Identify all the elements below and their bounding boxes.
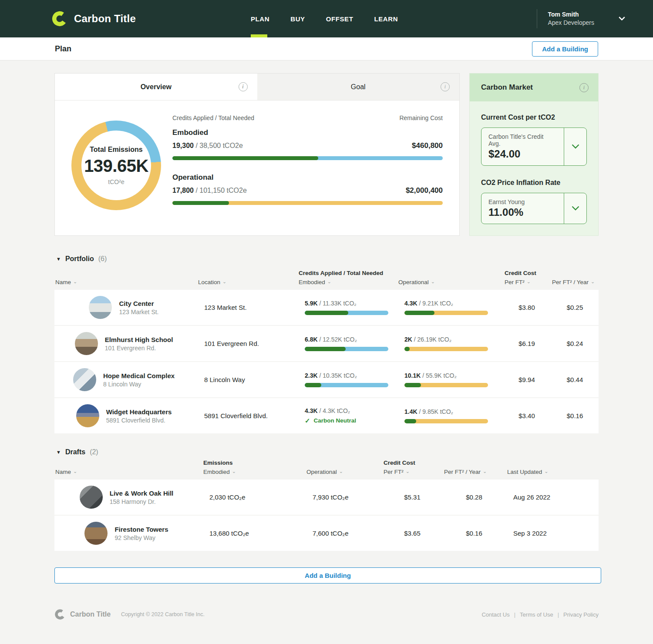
- credit-cost-per-ft: $5.31: [383, 480, 442, 515]
- brand-name: Carbon Title: [74, 13, 136, 25]
- table-row[interactable]: Hope Medical Complex 8 Lincoln Way 8 Lin…: [54, 362, 599, 397]
- user-menu[interactable]: Tom Smith Apex Developers: [537, 9, 625, 28]
- table-row[interactable]: Widget Headquarters 5891 Cloverfield Blv…: [54, 398, 599, 433]
- building-name: Live & Work Oak Hill: [110, 490, 173, 497]
- sort-location[interactable]: Location: [197, 277, 296, 290]
- info-icon[interactable]: [579, 83, 589, 92]
- operational-progress-bar: [172, 201, 443, 205]
- cost-source-select[interactable]: Carbon Title's Credit Avg. $24.00: [481, 127, 587, 166]
- chevron-down-icon: [572, 206, 579, 211]
- building-address: 8 Lincoln Way: [103, 381, 175, 388]
- carbon-market-panel: Carbon Market Current Cost per tCO2 Carb…: [469, 73, 599, 236]
- donut-value: 139.65K: [84, 156, 148, 176]
- operational-progress-bar: [404, 419, 488, 423]
- brand[interactable]: Carbon Title: [51, 10, 136, 27]
- credit-cost-per-ft-year: $0.16: [443, 516, 505, 551]
- credit-cost-per-ft: $9.94: [504, 362, 550, 397]
- sort-name[interactable]: Name: [54, 277, 196, 290]
- page-title: Plan: [55, 44, 71, 54]
- operational-emissions: 7,600 tCO₂e: [306, 516, 381, 551]
- operational-remaining-cost: $2,000,400: [406, 186, 443, 195]
- credit-cost-per-ft-year: $0.44: [551, 362, 599, 397]
- operational-progress-group: Operational 17,800 / 101,150 tCO2e $2,00…: [172, 173, 443, 205]
- cost-source-caption: Carbon Title's Credit Avg.: [488, 133, 557, 147]
- add-building-button-bottom[interactable]: Add a Building: [54, 567, 601, 584]
- donut-label: Total Emissions: [90, 146, 143, 154]
- location-cell: 8 Lincoln Way: [197, 362, 296, 397]
- sort-last-updated[interactable]: Last Updated: [506, 467, 599, 480]
- privacy-link[interactable]: Privacy Policy: [563, 611, 599, 618]
- check-icon: ✓: [305, 417, 310, 425]
- tab-overview[interactable]: Overview: [55, 74, 257, 100]
- table-row[interactable]: Firestone Towers 92 Shelby Way 13,680 tC…: [54, 516, 599, 551]
- credit-cost-per-ft-year: $0.25: [551, 290, 599, 325]
- sort-per-ft[interactable]: Per FT²: [504, 277, 550, 290]
- tab-goal[interactable]: Goal: [257, 74, 460, 100]
- operational-progress-bar: [404, 347, 488, 351]
- table-row[interactable]: City Center 123 Market St. 123 Market St…: [54, 290, 599, 325]
- sort-operational[interactable]: Operational: [306, 467, 381, 480]
- nav-offset[interactable]: OFFSET: [316, 0, 364, 37]
- sort-name[interactable]: Name: [54, 467, 201, 480]
- embodied-progress-bar: [172, 156, 443, 160]
- building-photo: [76, 404, 99, 427]
- sort-per-ft[interactable]: Per FT²: [383, 467, 442, 480]
- sort-per-ft-year[interactable]: Per FT² / Year: [443, 467, 505, 480]
- building-name: Firestone Towers: [114, 526, 168, 533]
- sort-embodied[interactable]: Embodied: [298, 277, 396, 290]
- credit-cost-per-ft-year: $0.16: [551, 398, 599, 433]
- drafts-section-header[interactable]: ▼ Drafts (2): [56, 448, 599, 456]
- credit-cost-group-header: Credit Cost: [504, 267, 599, 277]
- user-org: Apex Developers: [548, 19, 594, 27]
- credit-cost-per-ft: $3.65: [383, 516, 442, 551]
- portfolio-section-header[interactable]: ▼ Portfolio (6): [56, 255, 599, 263]
- sort-operational[interactable]: Operational: [397, 277, 502, 290]
- emissions-group-header: Emissions: [202, 457, 381, 467]
- remaining-cost-label: Remaining Cost: [399, 114, 443, 121]
- top-nav: Carbon Title PLAN BUY OFFSET LEARN Tom S…: [0, 0, 653, 37]
- building-address: 5891 Cloverfield Blvd.: [106, 417, 172, 424]
- nav-learn[interactable]: LEARN: [364, 0, 408, 37]
- sort-embodied[interactable]: Embodied: [202, 467, 304, 480]
- tab-goal-label: Goal: [351, 83, 366, 91]
- contact-us-link[interactable]: Contact Us: [481, 611, 509, 618]
- page-header: Plan Add a Building: [0, 37, 653, 60]
- operational-total: / 101,150 tCO2e: [195, 187, 246, 194]
- info-icon[interactable]: [441, 82, 450, 91]
- building-address: 158 Harmony Dr.: [110, 498, 173, 505]
- table-row[interactable]: Elmhurst High School 101 Evergreen Rd. 1…: [54, 326, 599, 361]
- terms-link[interactable]: Terms of Use: [520, 611, 553, 618]
- credit-cost-per-ft-year: $0.24: [551, 326, 599, 361]
- building-address: 123 Market St.: [119, 309, 158, 315]
- footer-brand-name: Carbon Title: [70, 610, 111, 618]
- add-building-button[interactable]: Add a Building: [532, 41, 598, 57]
- footer: Carbon Title Copyright © 2022 Carbon Tit…: [54, 609, 599, 644]
- donut-unit: tCO²e: [108, 178, 124, 185]
- user-name: Tom Smith: [548, 10, 594, 19]
- building-name: City Center: [119, 300, 158, 307]
- last-updated: Sep 3 2022: [506, 516, 599, 551]
- current-cost-label: Current Cost per tCO2: [481, 114, 587, 121]
- tab-overview-label: Overview: [141, 83, 172, 91]
- nav-plan[interactable]: PLAN: [240, 0, 280, 37]
- drafts-table: Live & Work Oak Hill 158 Harmony Dr. 2,0…: [54, 480, 599, 551]
- inflation-value: 11.00%: [488, 206, 557, 218]
- inflation-source-select[interactable]: Earnst Young 11.00%: [481, 193, 587, 224]
- building-photo: [89, 296, 112, 319]
- portfolio-title: Portfolio: [65, 255, 94, 263]
- building-photo: [80, 486, 103, 509]
- nav-buy[interactable]: BUY: [280, 0, 315, 37]
- embodied-emissions: 13,680 tCO₂e: [202, 516, 304, 551]
- embodied-remaining-cost: $460,800: [412, 141, 443, 150]
- main-nav: PLAN BUY OFFSET LEARN: [240, 0, 408, 37]
- building-photo: [75, 332, 98, 355]
- credit-cost-per-ft: $6.19: [504, 326, 550, 361]
- embodied-emissions: 2,030 tCO₂e: [202, 480, 304, 515]
- building-address: 101 Evergreen Rd.: [105, 345, 173, 352]
- sort-per-ft-year[interactable]: Per FT² / Year: [551, 277, 599, 290]
- total-emissions-donut: Total Emissions 139.65K tCO²e: [71, 121, 161, 210]
- inflation-rate-label: CO2 Price Inflation Rate: [481, 179, 587, 187]
- last-updated: Aug 26 2022: [506, 480, 599, 515]
- info-icon[interactable]: [239, 82, 248, 91]
- table-row[interactable]: Live & Work Oak Hill 158 Harmony Dr. 2,0…: [54, 480, 599, 515]
